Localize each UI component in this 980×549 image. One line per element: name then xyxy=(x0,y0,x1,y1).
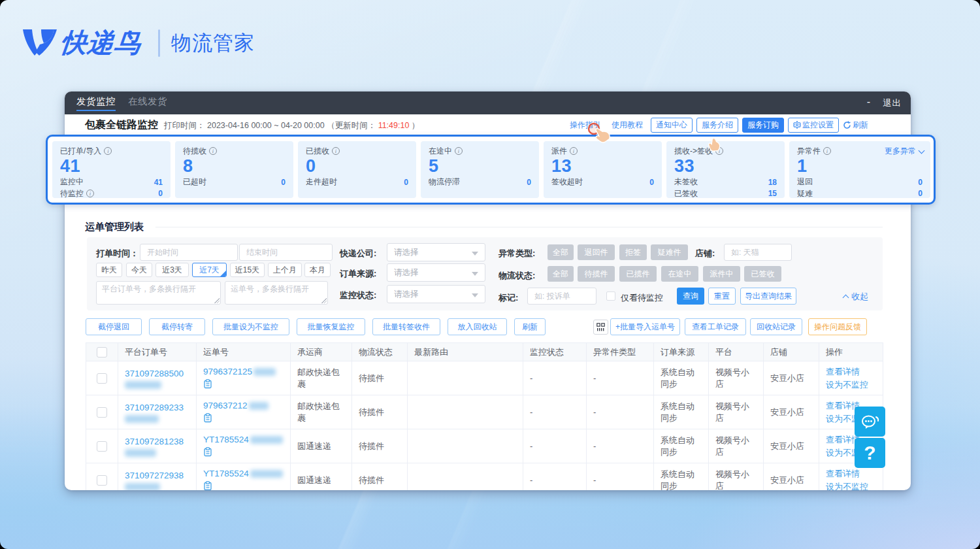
action-截停退回[interactable]: 截停退回 xyxy=(86,318,142,335)
cell-order-no: 371097272938 xyxy=(118,463,197,491)
exception-option-全部[interactable]: 全部 xyxy=(547,244,574,260)
logistics-option-派件中[interactable]: 派件中 xyxy=(703,266,740,282)
exception-option-退回件[interactable]: 退回件 xyxy=(578,244,615,260)
waybill-text: YT1785524 xyxy=(203,467,284,480)
stat-card-label: 在途中 xyxy=(429,146,452,157)
tutorial-hand-cursor-click-icon xyxy=(585,122,613,146)
stat-sub-row: 已超时0 xyxy=(183,176,286,188)
quick-range-近7天[interactable]: 近7天 xyxy=(192,263,227,277)
logistics-option-已揽件[interactable]: 已揽件 xyxy=(619,266,657,282)
row-checkbox[interactable] xyxy=(97,475,107,486)
row-checkbox-cell xyxy=(86,395,118,429)
stat-card-value: 33 xyxy=(674,157,777,175)
shop-input[interactable]: 如: 天猫 xyxy=(724,244,792,261)
action-刷新[interactable]: 刷新 xyxy=(514,318,546,335)
stat-card-label: 待揽收 xyxy=(183,146,206,157)
stat-sub-label: 已超时 xyxy=(183,176,206,188)
platform-order-textarea[interactable]: 平台订单号，多条换行隔开 xyxy=(96,281,221,305)
cell-actions: 查看详情设为不监控 xyxy=(819,361,883,395)
exception-option-疑难件[interactable]: 疑难件 xyxy=(651,244,688,260)
select-all-checkbox[interactable] xyxy=(97,347,107,358)
chevron-down-icon xyxy=(919,147,925,154)
quick-range-上个月[interactable]: 上个月 xyxy=(268,263,302,277)
collapse-link[interactable]: 收起 xyxy=(843,291,868,303)
copy-icon[interactable] xyxy=(203,379,284,391)
waybill-text: 9796372125 xyxy=(203,365,284,378)
monitor-status-select[interactable]: 请选择 xyxy=(387,285,485,303)
stats-highlight-box: 已打单/导入i41监控中41待监控i0待揽收i8已超时0已揽收i0走件超时0在途… xyxy=(46,135,936,205)
stat-sub-row: 退回0 xyxy=(797,176,923,188)
stat-card-6: 异常件i更多异常1退回0疑难0 xyxy=(789,141,930,198)
action-操作问题反馈[interactable]: 操作问题反馈 xyxy=(808,318,867,335)
chat-icon xyxy=(860,412,880,431)
stat-sub-label-text: 走件超时 xyxy=(306,176,337,188)
reset-button[interactable]: 重置 xyxy=(708,288,736,305)
exception-option-拒签[interactable]: 拒签 xyxy=(619,244,647,260)
row-checkbox[interactable] xyxy=(97,441,107,452)
copy-icon[interactable] xyxy=(203,413,284,425)
copy-icon[interactable] xyxy=(203,481,284,490)
help-button[interactable]: ? xyxy=(855,438,885,468)
stat-sub-row: 物流停滞0 xyxy=(429,176,531,188)
stat-sub-label: 退回 xyxy=(797,176,813,188)
query-button[interactable]: 查询 xyxy=(677,288,704,305)
table-row: 3710972885009796372125邮政快递包裹待揽件--系统自动同步视… xyxy=(86,361,883,395)
action-批量设为不监控[interactable]: 批量设为不监控 xyxy=(212,318,289,335)
row-action-设为不监控[interactable]: 设为不监控 xyxy=(826,378,876,391)
cell-route xyxy=(408,463,523,491)
action-批量恢复监控[interactable]: 批量恢复监控 xyxy=(297,318,365,335)
order-source-select[interactable]: 请选择 xyxy=(387,263,485,282)
quick-range-本月[interactable]: 本月 xyxy=(304,263,331,277)
copy-icon[interactable] xyxy=(203,447,284,459)
stat-card-value: 1 xyxy=(797,157,923,175)
action-批量转签收件[interactable]: 批量转签收件 xyxy=(372,318,440,335)
action-回收站记录[interactable]: 回收站记录 xyxy=(750,318,802,335)
cell-carrier: 邮政快递包裹 xyxy=(291,361,352,395)
export-results-button[interactable]: 导出查询结果 xyxy=(740,288,796,305)
cell-platform: 视频号小店 xyxy=(709,429,764,463)
cell-status: 待揽件 xyxy=(352,463,408,491)
row-checkbox[interactable] xyxy=(97,373,107,384)
express-company-select[interactable]: 请选择 xyxy=(387,243,485,261)
action-查看工单记录[interactable]: 查看工单记录 xyxy=(685,318,746,335)
quick-range-今天[interactable]: 今天 xyxy=(126,263,152,277)
stat-sub-label: 疑难 xyxy=(797,188,813,199)
logistics-option-全部[interactable]: 全部 xyxy=(547,266,574,282)
start-time-input[interactable]: 开始时间 xyxy=(140,244,238,261)
cell-route xyxy=(408,395,523,429)
order-no-redacted xyxy=(125,380,189,390)
action-批量导入运单号[interactable]: +批量导入运单号 xyxy=(610,318,680,335)
logistics-option-在途中[interactable]: 在途中 xyxy=(661,266,698,282)
info-icon: i xyxy=(823,147,831,155)
quick-range-近3天[interactable]: 近3天 xyxy=(155,263,189,277)
logistics-option-待揽件[interactable]: 待揽件 xyxy=(578,266,615,282)
action-放入回收站[interactable]: 放入回收站 xyxy=(448,318,507,335)
quick-range-昨天[interactable]: 昨天 xyxy=(96,263,122,277)
stat-card-label-row: 待揽收i xyxy=(183,146,286,156)
row-action-查看详情[interactable]: 查看详情 xyxy=(826,365,876,378)
cell-platform: 视频号小店 xyxy=(709,395,764,429)
tag-input[interactable]: 如: 投诉单 xyxy=(527,288,596,305)
more-exceptions-link[interactable]: 更多异常 xyxy=(885,146,924,157)
cell-order-no: 371097281238 xyxy=(118,429,197,463)
end-time-input[interactable]: 结束时间 xyxy=(239,244,333,261)
order-no-text: 371097272938 xyxy=(125,469,189,482)
row-action-查看详情[interactable]: 查看详情 xyxy=(826,467,876,480)
scan-grid-button[interactable] xyxy=(593,320,608,335)
logistics-option-已签收[interactable]: 已签收 xyxy=(744,266,781,282)
only-pending-label: 仅看待监控 xyxy=(621,292,663,304)
waybill-textarea[interactable]: 运单号，多条换行隔开 xyxy=(225,281,328,305)
action-截停转寄[interactable]: 截停转寄 xyxy=(149,318,205,335)
quick-range-近15天[interactable]: 近15天 xyxy=(230,263,265,277)
brand-product-name: 物流管家 xyxy=(171,29,255,57)
question-mark-icon: ? xyxy=(864,442,875,464)
only-pending-checkbox[interactable] xyxy=(606,291,615,301)
stat-sub-label-text: 已超时 xyxy=(183,176,206,188)
row-checkbox[interactable] xyxy=(97,407,107,418)
customer-service-button[interactable] xyxy=(855,407,885,437)
stat-sub-label: 待监控i xyxy=(60,188,94,199)
col-header-物流状态: 物流状态 xyxy=(352,343,408,361)
row-action-设为不监控[interactable]: 设为不监控 xyxy=(826,480,876,491)
floating-buttons: ? xyxy=(855,407,885,469)
scan-grid-icon xyxy=(596,323,605,331)
